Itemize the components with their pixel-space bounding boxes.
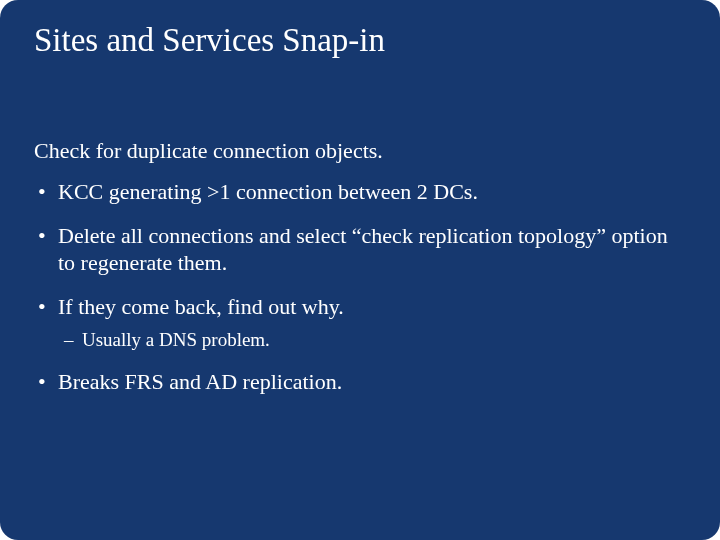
list-item-text: KCC generating >1 connection between 2 D…	[58, 179, 478, 204]
list-item-text: If they come back, find out why.	[58, 294, 344, 319]
lead-text: Check for duplicate connection objects.	[34, 138, 686, 164]
list-item: Delete all connections and select “check…	[34, 222, 686, 277]
slide: Sites and Services Snap-in Check for dup…	[0, 0, 720, 540]
list-item: KCC generating >1 connection between 2 D…	[34, 178, 686, 206]
list-item: Usually a DNS problem.	[58, 328, 686, 352]
slide-title: Sites and Services Snap-in	[34, 22, 686, 60]
list-item: Breaks FRS and AD replication.	[34, 368, 686, 396]
list-item-text: Breaks FRS and AD replication.	[58, 369, 342, 394]
sub-bullet-list: Usually a DNS problem.	[58, 328, 686, 352]
bullet-list: KCC generating >1 connection between 2 D…	[34, 178, 686, 395]
list-item-text: Usually a DNS problem.	[82, 329, 270, 350]
list-item-text: Delete all connections and select “check…	[58, 223, 668, 276]
list-item: If they come back, find out why. Usually…	[34, 293, 686, 352]
